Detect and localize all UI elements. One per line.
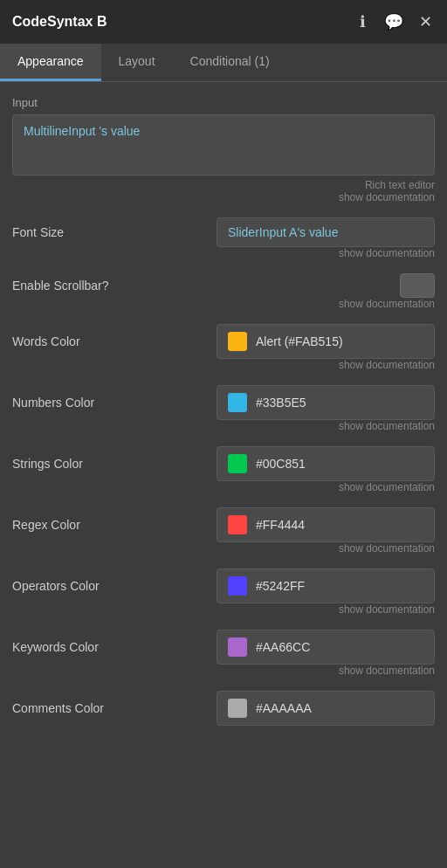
title-bar-icons: ℹ 💬 ✕ <box>353 12 435 31</box>
strings-color-label: Strings Color <box>12 457 83 471</box>
regex-color-text: #FF4444 <box>256 518 305 532</box>
words-color-text: Alert (#FAB515) <box>256 334 343 348</box>
strings-color-value[interactable]: #00C851 <box>217 446 435 481</box>
title-bar: CodeSyntax B ℹ 💬 ✕ <box>0 0 447 44</box>
keywords-color-swatch <box>228 637 247 657</box>
appearance-content: Input MultilineInput 's value Rich text … <box>0 82 447 743</box>
operators-color-label: Operators Color <box>12 579 100 593</box>
operators-color-text: #5242FF <box>256 579 305 593</box>
input-area[interactable]: MultilineInput 's value <box>12 114 435 176</box>
regex-color-swatch <box>228 515 247 534</box>
words-color-label: Words Color <box>12 334 80 348</box>
input-show-doc[interactable]: show documentation <box>12 191 435 203</box>
words-color-value[interactable]: Alert (#FAB515) <box>217 324 435 359</box>
input-value: MultilineInput 's value <box>24 124 140 138</box>
keywords-color-text: #AA66CC <box>256 640 310 654</box>
input-label: Input <box>12 96 435 109</box>
tab-conditional[interactable]: Conditional (1) <box>173 44 287 81</box>
strings-color-text: #00C851 <box>256 457 306 471</box>
operators-color-section: Operators Color #5242FF show documentati… <box>12 568 435 616</box>
comments-color-section: Comments Color #AAAAAA <box>12 691 435 726</box>
regex-color-show-doc[interactable]: show documentation <box>12 542 435 555</box>
regex-color-value[interactable]: #FF4444 <box>217 507 435 542</box>
numbers-color-section: Numbers Color #33B5E5 show documentation <box>12 385 435 432</box>
comments-color-label: Comments Color <box>12 701 104 715</box>
tab-layout[interactable]: Layout <box>101 44 173 81</box>
scrollbar-toggle[interactable] <box>400 273 435 298</box>
close-icon[interactable]: ✕ <box>416 12 435 31</box>
comments-color-value[interactable]: #AAAAAA <box>217 691 435 726</box>
comments-color-swatch <box>228 699 247 718</box>
scrollbar-section: Enable Scrollbar? show documentation <box>12 273 435 310</box>
input-section: Input MultilineInput 's value Rich text … <box>12 96 435 203</box>
chat-icon[interactable]: 💬 <box>384 12 403 31</box>
operators-color-value[interactable]: #5242FF <box>217 568 435 603</box>
scrollbar-show-doc[interactable]: show documentation <box>12 298 435 310</box>
operators-color-swatch <box>228 576 247 596</box>
input-doc-links: Rich text editor show documentation <box>12 179 435 203</box>
strings-color-show-doc[interactable]: show documentation <box>12 481 435 493</box>
regex-color-section: Regex Color #FF4444 show documentation <box>12 507 435 555</box>
tab-appearance[interactable]: Appearance <box>0 44 101 81</box>
numbers-color-swatch <box>228 393 247 412</box>
keywords-color-show-doc[interactable]: show documentation <box>12 665 435 677</box>
keywords-color-label: Keywords Color <box>12 640 99 654</box>
numbers-color-show-doc[interactable]: show documentation <box>12 420 435 432</box>
scrollbar-label: Enable Scrollbar? <box>12 279 109 293</box>
numbers-color-text: #33B5E5 <box>256 396 306 410</box>
info-icon[interactable]: ℹ <box>353 12 372 31</box>
operators-color-show-doc[interactable]: show documentation <box>12 603 435 616</box>
keywords-color-section: Keywords Color #AA66CC show documentatio… <box>12 630 435 677</box>
strings-color-swatch <box>228 454 247 473</box>
font-size-value[interactable]: SliderInput A's value <box>217 217 435 247</box>
rich-text-label: Rich text editor <box>12 179 435 191</box>
words-color-show-doc[interactable]: show documentation <box>12 359 435 371</box>
app-title: CodeSyntax B <box>12 14 107 30</box>
tabs-bar: Appearance Layout Conditional (1) <box>0 44 447 82</box>
words-color-swatch <box>228 332 247 351</box>
font-size-show-doc[interactable]: show documentation <box>12 247 435 259</box>
regex-color-label: Regex Color <box>12 518 80 532</box>
font-size-label: Font Size <box>12 225 64 239</box>
strings-color-section: Strings Color #00C851 show documentation <box>12 446 435 493</box>
comments-color-text: #AAAAAA <box>256 701 312 715</box>
words-color-section: Words Color Alert (#FAB515) show documen… <box>12 324 435 371</box>
numbers-color-value[interactable]: #33B5E5 <box>217 385 435 420</box>
keywords-color-value[interactable]: #AA66CC <box>217 630 435 665</box>
numbers-color-label: Numbers Color <box>12 396 94 410</box>
font-size-section: Font Size SliderInput A's value show doc… <box>12 217 435 259</box>
